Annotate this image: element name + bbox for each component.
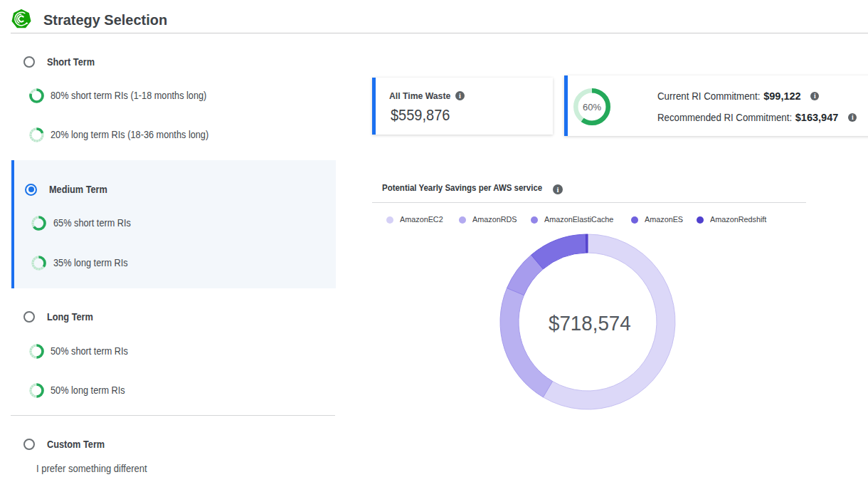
svg-text:60%: 60% bbox=[583, 102, 601, 112]
